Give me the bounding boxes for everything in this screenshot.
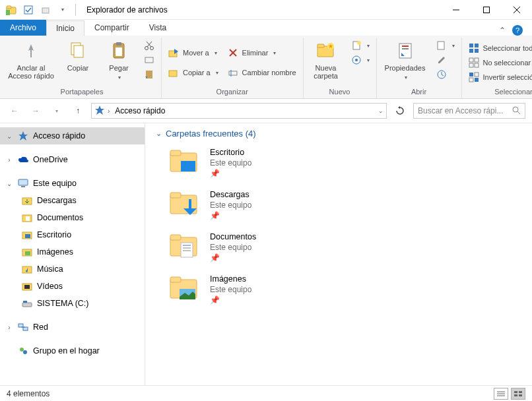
svg-rect-59 <box>25 234 30 238</box>
folder-location: Este equipo <box>210 285 251 294</box>
svg-rect-14 <box>116 47 122 56</box>
svg-rect-49 <box>469 78 473 82</box>
svg-rect-89 <box>514 391 517 393</box>
cut-button[interactable] <box>141 39 157 52</box>
minimize-button[interactable] <box>441 0 471 20</box>
select-all-button[interactable]: Seleccionar todo <box>466 42 533 55</box>
navigation-tree: ⌄ Acceso rápido › OneDrive ⌄ Este equipo… <box>0 123 145 385</box>
tree-item-documents[interactable]: Documentos <box>0 209 145 226</box>
chevron-down-icon[interactable]: ⌄ <box>5 180 13 187</box>
close-button[interactable] <box>502 0 532 20</box>
nav-forward-button[interactable]: → <box>28 103 44 119</box>
copy-button[interactable]: Copiar <box>59 39 96 86</box>
new-item-button[interactable]: ▾ <box>349 39 372 52</box>
copy-to-button[interactable]: Copiar a▾ <box>166 66 221 79</box>
folder-location: Este equipo <box>210 243 256 252</box>
navigation-bar: ← → ▾ ↑ › Acceso rápido ⌄ <box>0 99 532 123</box>
view-details-button[interactable] <box>494 388 508 400</box>
properties-button[interactable]: Propiedades ▾ <box>381 39 430 86</box>
new-folder-button[interactable]: Nueva carpeta <box>308 39 345 86</box>
folder-icon <box>169 274 201 303</box>
svg-rect-42 <box>475 49 479 53</box>
select-none-button[interactable]: No seleccionar ninguno <box>466 56 533 69</box>
svg-rect-4 <box>42 8 49 13</box>
chevron-right-icon[interactable]: › <box>5 156 13 164</box>
folder-item-desktop[interactable]: Escritorio Este equipo 📌 <box>156 148 521 178</box>
rename-button[interactable]: Cambiar nombre <box>225 66 299 79</box>
tree-item-this-pc[interactable]: ⌄ Este equipo <box>0 175 145 192</box>
nav-up-button[interactable]: ↑ <box>70 103 86 119</box>
invert-selection-button[interactable]: Invertir selección <box>466 71 533 84</box>
folder-icon <box>21 212 33 224</box>
qat-properties[interactable] <box>21 3 36 17</box>
svg-rect-45 <box>469 63 473 67</box>
tab-home[interactable]: Inicio <box>46 20 84 36</box>
paste-shortcut-button[interactable] <box>141 68 157 81</box>
move-to-button[interactable]: Mover a▾ <box>166 46 221 59</box>
folder-icon <box>21 246 33 258</box>
search-box[interactable] <box>413 103 525 119</box>
svg-point-15 <box>145 47 149 50</box>
copy-path-button[interactable] <box>141 53 157 67</box>
group-label-clipboard: Portapapeles <box>7 86 157 97</box>
folder-item-pictures[interactable]: Imágenes Este equipo 📌 <box>156 274 521 305</box>
tree-item-desktop[interactable]: Escritorio <box>0 226 145 243</box>
paste-label: Pegar <box>109 64 128 72</box>
svg-point-71 <box>23 350 27 354</box>
chevron-right-icon[interactable]: › <box>5 324 13 331</box>
help-icon[interactable]: ? <box>512 25 523 36</box>
paste-button[interactable]: Pegar ▾ <box>100 39 137 86</box>
maximize-button[interactable] <box>471 0 502 20</box>
tree-item-videos[interactable]: Vídeos <box>0 278 145 295</box>
tree-item-system-drive[interactable]: SISTEMA (C:) <box>0 295 145 312</box>
nav-back-button[interactable]: ← <box>7 103 22 119</box>
view-icons-button[interactable] <box>511 388 525 400</box>
tree-item-quick-access[interactable]: ⌄ Acceso rápido <box>0 127 145 144</box>
frequent-folders-header[interactable]: ⌄ Carpetas frecuentes (4) <box>156 129 521 139</box>
tree-item-network[interactable]: › Red <box>0 319 145 336</box>
breadcrumb-location[interactable]: Acceso rápido <box>112 106 168 115</box>
folder-item-downloads[interactable]: Descargas Este equipo 📌 <box>156 190 521 220</box>
tree-item-downloads[interactable]: Descargas <box>0 192 145 209</box>
chevron-down-icon: ⌄ <box>156 129 162 138</box>
qat-dropdown[interactable]: ▾ <box>55 3 70 17</box>
collapse-ribbon-icon[interactable]: ⌃ <box>499 26 506 35</box>
tab-view[interactable]: Vista <box>139 20 176 36</box>
qat-newfolder[interactable] <box>38 3 53 17</box>
tab-share[interactable]: Compartir <box>84 20 139 36</box>
tree-item-music[interactable]: Música <box>0 261 145 278</box>
group-label-open: Abrir <box>381 86 457 97</box>
pin-icon: 📌 <box>210 169 251 178</box>
chevron-down-icon[interactable]: ⌄ <box>5 133 13 140</box>
delete-button[interactable]: Eliminar▾ <box>225 46 299 59</box>
folder-name: Escritorio <box>210 148 251 157</box>
address-dropdown-icon[interactable]: ⌄ <box>378 108 383 114</box>
nav-recent-dropdown[interactable]: ▾ <box>49 103 65 119</box>
svg-rect-53 <box>18 179 28 185</box>
easy-access-button[interactable]: ▾ <box>349 53 372 67</box>
address-bar[interactable]: › Acceso rápido ⌄ <box>91 103 387 119</box>
tab-file[interactable]: Archivo <box>0 20 46 36</box>
edit-button[interactable] <box>434 53 457 67</box>
svg-line-17 <box>147 42 152 47</box>
ribbon-group-open: Propiedades ▾ ▾ Abrir <box>377 38 462 98</box>
svg-rect-90 <box>519 391 522 393</box>
svg-rect-11 <box>74 46 83 57</box>
open-button[interactable]: ▾ <box>434 39 457 52</box>
svg-point-33 <box>355 59 358 61</box>
tree-item-pictures[interactable]: Imágenes <box>0 243 145 261</box>
group-label-select: Seleccionar <box>466 86 533 97</box>
refresh-button[interactable] <box>392 103 408 119</box>
star-icon <box>17 130 29 142</box>
tree-item-homegroup[interactable]: Grupo en el hogar <box>0 342 145 359</box>
group-label-new: Nuevo <box>308 86 372 97</box>
svg-point-31 <box>357 41 361 45</box>
pin-to-quick-access-button[interactable]: Anclar al Acceso rápido <box>7 39 55 86</box>
svg-rect-43 <box>469 58 473 62</box>
tree-item-onedrive[interactable]: › OneDrive <box>0 151 145 168</box>
folder-item-documents[interactable]: Documentos Este equipo 📌 <box>156 232 521 262</box>
folder-icon <box>21 280 33 292</box>
search-input[interactable] <box>418 106 512 115</box>
svg-rect-61 <box>25 251 30 255</box>
history-button[interactable] <box>434 68 457 81</box>
